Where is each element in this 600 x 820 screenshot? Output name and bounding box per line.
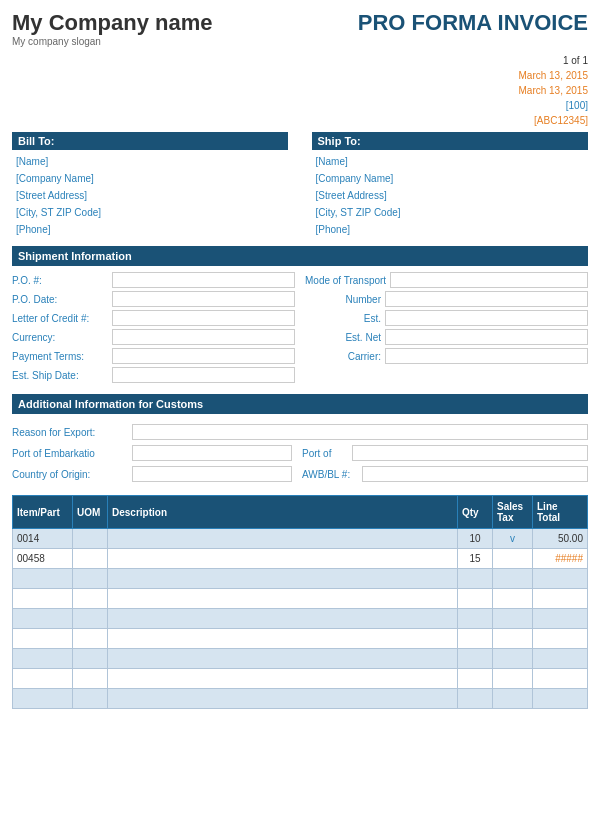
mode-transport-input[interactable] <box>390 272 588 288</box>
cell-desc <box>108 549 458 569</box>
page: My Company name My company slogan PRO FO… <box>0 0 600 820</box>
currency-label: Currency: <box>12 332 112 343</box>
lc-number-label: Letter of Credit #: <box>12 313 112 324</box>
bill-to-name: [Name] <box>12 153 288 170</box>
cell-qty <box>458 589 493 609</box>
carrier-label: Carrier: <box>305 351 385 362</box>
awb-input[interactable] <box>362 466 588 482</box>
est-net-label: Est. Net <box>305 332 385 343</box>
ship-to-company: [Company Name] <box>312 170 588 187</box>
bill-to-box: Bill To: [Name] [Company Name] [Street A… <box>12 132 288 238</box>
ship-to-box: Ship To: [Name] [Company Name] [Street A… <box>312 132 588 238</box>
awb-label: AWB/BL #: <box>302 469 362 480</box>
cell-item <box>13 649 73 669</box>
bill-to-city: [City, ST ZIP Code] <box>12 204 288 221</box>
number-input[interactable] <box>385 291 588 307</box>
number-row: Number <box>305 291 588 307</box>
ship-date-label: Est. Ship Date: <box>12 370 112 381</box>
cell-item <box>13 629 73 649</box>
awb-group: AWB/BL #: <box>302 466 588 482</box>
col-header-qty: Qty <box>458 496 493 529</box>
po-date-input[interactable] <box>112 291 295 307</box>
items-table: Item/Part UOM Description Qty Sales Tax … <box>12 495 588 709</box>
cell-item <box>13 669 73 689</box>
page-info: 1 of 1 March 13, 2015 March 13, 2015 [10… <box>12 53 588 128</box>
cell-tax: v <box>493 529 533 549</box>
cell-uom <box>73 569 108 589</box>
cell-tax <box>493 669 533 689</box>
cell-total <box>533 569 588 589</box>
reason-export-label: Reason for Export: <box>12 427 132 438</box>
shipment-left-col: P.O. #: P.O. Date: Letter of Credit #: C… <box>12 272 295 386</box>
cell-tax <box>493 689 533 709</box>
po-date-row: P.O. Date: <box>12 291 295 307</box>
cell-desc <box>108 629 458 649</box>
company-name: My Company name <box>12 10 213 36</box>
cell-qty <box>458 609 493 629</box>
number-label: Number <box>305 294 385 305</box>
port-of-label: Port of <box>302 448 352 459</box>
cell-uom <box>73 529 108 549</box>
payment-terms-input[interactable] <box>112 348 295 364</box>
cell-item: 00458 <box>13 549 73 569</box>
table-row <box>13 669 588 689</box>
shipment-right-col: Mode of Transport Number Est. Est. Net C… <box>305 272 588 386</box>
est-label: Est. <box>305 313 385 324</box>
col-header-uom: UOM <box>73 496 108 529</box>
ship-to-name: [Name] <box>312 153 588 170</box>
mode-transport-row: Mode of Transport <box>305 272 588 288</box>
port-of-input[interactable] <box>352 445 588 461</box>
cell-tax <box>493 609 533 629</box>
est-net-input[interactable] <box>385 329 588 345</box>
customs-section: Additional Information for Customs Reaso… <box>12 394 588 491</box>
currency-input[interactable] <box>112 329 295 345</box>
cell-desc <box>108 609 458 629</box>
cell-desc <box>108 569 458 589</box>
cell-tax <box>493 649 533 669</box>
est-input[interactable] <box>385 310 588 326</box>
company-slogan: My company slogan <box>12 36 213 47</box>
est-net-row: Est. Net <box>305 329 588 345</box>
cell-tax <box>493 549 533 569</box>
cell-total: ##### <box>533 549 588 569</box>
est-row: Est. <box>305 310 588 326</box>
payment-terms-label: Payment Terms: <box>12 351 112 362</box>
carrier-input[interactable] <box>385 348 588 364</box>
carrier-row: Carrier: <box>305 348 588 364</box>
header: My Company name My company slogan PRO FO… <box>12 10 588 47</box>
cell-uom <box>73 609 108 629</box>
lc-number-row: Letter of Credit #: <box>12 310 295 326</box>
col-header-desc: Description <box>108 496 458 529</box>
port-embark-input[interactable] <box>132 445 292 461</box>
ship-date-row: Est. Ship Date: <box>12 367 295 383</box>
table-row <box>13 629 588 649</box>
mode-transport-label: Mode of Transport <box>305 275 390 286</box>
ship-to-city: [City, ST ZIP Code] <box>312 204 588 221</box>
address-section: Bill To: [Name] [Company Name] [Street A… <box>12 132 588 238</box>
cell-item: 0014 <box>13 529 73 549</box>
reason-export-row: Reason for Export: <box>12 424 588 440</box>
po-number-input[interactable] <box>112 272 295 288</box>
shipment-header: Shipment Information <box>12 246 588 266</box>
table-row <box>13 569 588 589</box>
country-origin-input[interactable] <box>132 466 292 482</box>
ref2: [ABC12345] <box>12 113 588 128</box>
cell-qty <box>458 669 493 689</box>
col-header-total: Line Total <box>533 496 588 529</box>
table-row: 0014 10 v 50.00 <box>13 529 588 549</box>
ship-date-input[interactable] <box>112 367 295 383</box>
table-row: 00458 15 ##### <box>13 549 588 569</box>
reason-export-input[interactable] <box>132 424 588 440</box>
table-row <box>13 649 588 669</box>
cell-total <box>533 609 588 629</box>
page-number: 1 of 1 <box>12 53 588 68</box>
po-date-label: P.O. Date: <box>12 294 112 305</box>
cell-tax <box>493 589 533 609</box>
lc-number-input[interactable] <box>112 310 295 326</box>
table-row <box>13 609 588 629</box>
cell-desc <box>108 649 458 669</box>
invoice-title: PRO FORMA INVOICE <box>358 10 588 36</box>
ship-to-street: [Street Address] <box>312 187 588 204</box>
cell-item <box>13 589 73 609</box>
cell-qty <box>458 569 493 589</box>
